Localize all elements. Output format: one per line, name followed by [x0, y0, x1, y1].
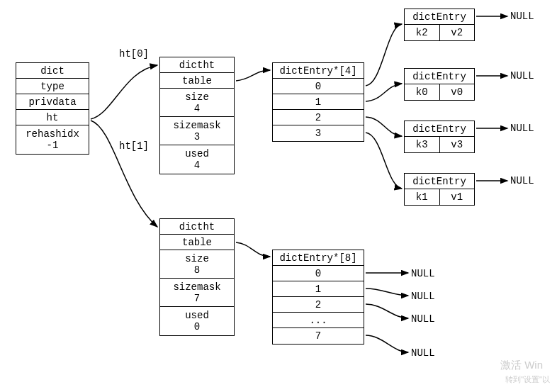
dictht1-used-label: used [185, 310, 209, 321]
dictentry-title: dictEntry [405, 69, 474, 84]
dict-field-ht: ht [16, 110, 89, 125]
null-label: NULL [411, 347, 435, 359]
dictht0-sizemask-value: 3 [194, 131, 200, 142]
dictht0-size-value: 4 [194, 103, 200, 114]
dict-field-rehashidx: rehashidx -1 [16, 125, 89, 154]
dictht1-struct: dictht table size 8 sizemask 7 used 0 [159, 218, 235, 336]
dictht0-used: used 4 [160, 145, 234, 174]
dictentry-0: dictEntry k2 v2 [404, 9, 475, 41]
bucket1-header: dictEntry*[8] [273, 250, 364, 266]
dictht1-sizemask-value: 7 [194, 293, 200, 304]
ht1-label: ht[1] [119, 140, 149, 152]
dictentry-kv: k1 v1 [405, 189, 474, 205]
dictentry-kv: k2 v2 [405, 25, 474, 40]
dictht1-size: size 8 [160, 250, 234, 279]
bucket1-row: 1 [273, 281, 364, 297]
dict-field-privdata: privdata [16, 94, 89, 110]
watermark-activate: 激活 Win [500, 359, 543, 372]
bucket1-row: ... [273, 313, 364, 328]
dictht0-sizemask: sizemask 3 [160, 117, 234, 145]
dictht0-size-label: size [185, 91, 209, 103]
dictentry-key: k2 [405, 25, 440, 40]
null-label: NULL [510, 11, 534, 22]
dictht1-sizemask-label: sizemask [173, 281, 220, 293]
bucket0-row: 2 [273, 110, 364, 125]
dictentry-key: k0 [405, 84, 440, 100]
dictht0-used-value: 4 [194, 159, 200, 171]
dictht1-size-label: size [185, 253, 209, 264]
dictentry-3: dictEntry k1 v1 [404, 173, 475, 206]
bucket1-row: 7 [273, 328, 364, 344]
null-label: NULL [411, 313, 435, 325]
dictentry-kv: k3 v3 [405, 137, 474, 152]
dictht1-sizemask: sizemask 7 [160, 279, 234, 307]
null-label: NULL [411, 291, 435, 302]
dictht1-title: dictht [160, 219, 234, 235]
dictentry-val: v3 [440, 137, 475, 152]
dict-field-type: type [16, 79, 89, 94]
dictht0-used-label: used [185, 148, 209, 159]
dictentry-2: dictEntry k3 v3 [404, 121, 475, 153]
dictht0-sizemask-label: sizemask [173, 120, 220, 131]
dictht0-struct: dictht table size 4 sizemask 3 used 4 [159, 57, 235, 174]
dictentry-key: k1 [405, 189, 440, 205]
null-label: NULL [510, 175, 534, 186]
dict-title: dict [16, 63, 89, 79]
null-label: NULL [510, 123, 534, 134]
dictht1-used: used 0 [160, 307, 234, 335]
dictht1-used-value: 0 [194, 321, 200, 332]
dictentry-key: k3 [405, 137, 440, 152]
bucket1-row: 0 [273, 266, 364, 281]
dictht1-size-value: 8 [194, 264, 200, 276]
dictht1-table: table [160, 235, 234, 250]
ht0-label: ht[0] [119, 48, 149, 60]
dictentry-val: v0 [440, 84, 475, 100]
dictentry-kv: k0 v0 [405, 84, 474, 100]
dictht0-size: size 4 [160, 89, 234, 117]
rehashidx-label: rehashidx [26, 128, 79, 140]
dictentry-val: v1 [440, 189, 475, 205]
null-label: NULL [510, 70, 534, 82]
rehashidx-value: -1 [47, 140, 59, 151]
dictentry-val: v2 [440, 25, 475, 40]
dictentry-title: dictEntry [405, 174, 474, 189]
bucket0-array: dictEntry*[4] 0 1 2 3 [272, 62, 364, 142]
bucket0-row: 3 [273, 125, 364, 141]
watermark-settings: 转到"设置"以 [505, 374, 550, 385]
dictentry-1: dictEntry k0 v0 [404, 68, 475, 101]
dict-struct: dict type privdata ht rehashidx -1 [16, 62, 89, 155]
dictht0-title: dictht [160, 57, 234, 73]
null-label: NULL [411, 268, 435, 279]
bucket1-array: dictEntry*[8] 0 1 2 ... 7 [272, 250, 364, 345]
bucket1-row: 2 [273, 297, 364, 313]
dictht0-table: table [160, 73, 234, 89]
bucket0-row: 1 [273, 94, 364, 110]
bucket0-header: dictEntry*[4] [273, 63, 364, 79]
dictentry-title: dictEntry [405, 121, 474, 137]
dictentry-title: dictEntry [405, 9, 474, 25]
bucket0-row: 0 [273, 79, 364, 94]
